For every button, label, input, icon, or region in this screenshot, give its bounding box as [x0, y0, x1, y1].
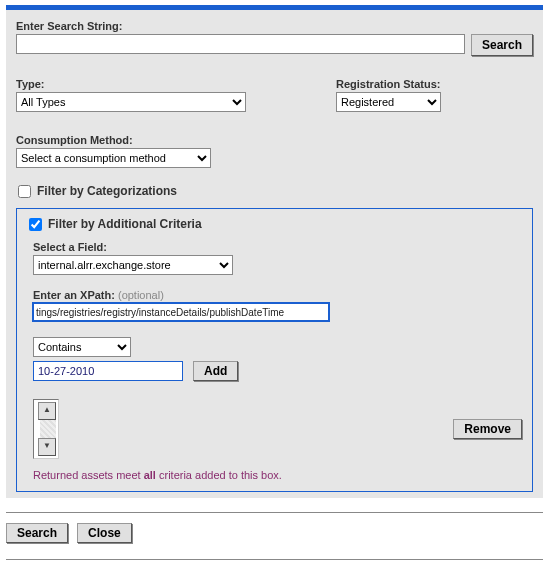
type-select[interactable]: All Types	[16, 92, 246, 112]
xpath-label-text: Enter an XPath:	[33, 289, 115, 301]
criteria-inner: Select a Field: internal.alrr.exchange.s…	[33, 241, 522, 481]
type-block: Type: All Types	[16, 78, 336, 112]
divider-top	[6, 512, 543, 513]
hint-suffix: criteria added to this box.	[156, 469, 282, 481]
criteria-hint: Returned assets meet all criteria added …	[33, 469, 522, 481]
remove-button[interactable]: Remove	[453, 419, 522, 439]
registration-label: Registration Status:	[336, 78, 533, 90]
add-button[interactable]: Add	[193, 361, 238, 381]
hint-prefix: Returned assets meet	[33, 469, 144, 481]
filter-additional-label: Filter by Additional Criteria	[48, 217, 202, 231]
xpath-optional-text: (optional)	[118, 289, 164, 301]
filter-categorizations-row: Filter by Categorizations	[16, 184, 533, 198]
type-label: Type:	[16, 78, 336, 90]
criteria-listbox[interactable]: ▲ ▼	[33, 399, 59, 459]
filter-categorizations-checkbox[interactable]	[18, 185, 31, 198]
search-string-input[interactable]	[16, 34, 465, 54]
close-button[interactable]: Close	[77, 523, 132, 543]
list-remove-row: ▲ ▼ Remove	[33, 399, 522, 459]
xpath-label: Enter an XPath: (optional)	[33, 289, 522, 301]
scroll-track	[40, 420, 56, 438]
criteria-value-input[interactable]	[33, 361, 183, 381]
value-add-row: Add	[33, 361, 522, 381]
filter-categorizations-label: Filter by Categorizations	[37, 184, 177, 198]
registration-select[interactable]: Registered	[336, 92, 441, 112]
hint-bold: all	[144, 469, 156, 481]
select-field-label: Select a Field:	[33, 241, 522, 253]
consumption-select[interactable]: Select a consumption method	[16, 148, 211, 168]
filter-additional-row: Filter by Additional Criteria	[27, 217, 522, 231]
search-row: Search	[16, 34, 533, 56]
operator-select[interactable]: Contains	[33, 337, 131, 357]
divider-bottom	[6, 559, 543, 560]
xpath-input[interactable]	[33, 303, 329, 321]
search-button-top[interactable]: Search	[471, 34, 533, 56]
type-reg-row: Type: All Types Registration Status: Reg…	[16, 78, 533, 112]
search-button-bottom[interactable]: Search	[6, 523, 68, 543]
additional-criteria-box: Filter by Additional Criteria Select a F…	[16, 208, 533, 492]
select-field[interactable]: internal.alrr.exchange.store	[33, 255, 233, 275]
consumption-block: Consumption Method: Select a consumption…	[16, 134, 533, 168]
scroll-down-icon[interactable]: ▼	[38, 438, 56, 456]
consumption-label: Consumption Method:	[16, 134, 533, 146]
registration-block: Registration Status: Registered	[336, 78, 533, 112]
scroll-up-icon[interactable]: ▲	[38, 402, 56, 420]
search-panel: Enter Search String: Search Type: All Ty…	[6, 10, 543, 498]
filter-additional-checkbox[interactable]	[29, 218, 42, 231]
bottom-bar: Search Close	[6, 521, 543, 545]
search-string-label: Enter Search String:	[16, 20, 533, 32]
